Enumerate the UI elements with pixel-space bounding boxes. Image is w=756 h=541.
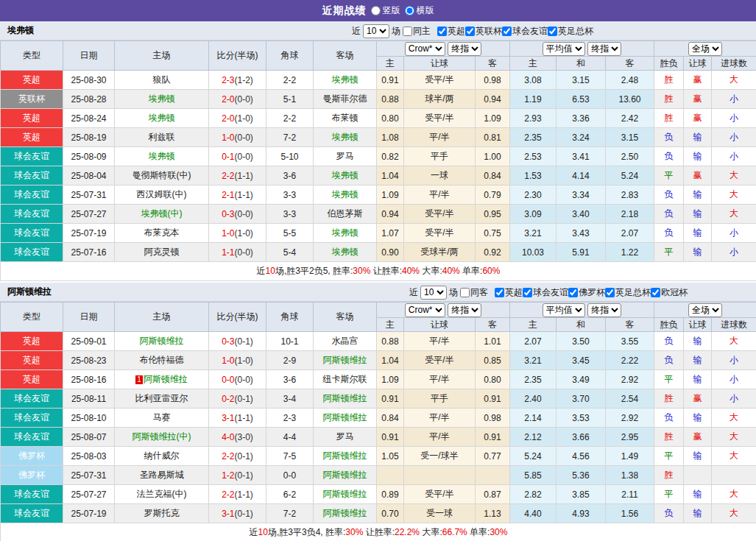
- layout-vertical-option[interactable]: 竖版: [371, 4, 400, 17]
- handicap-home-odds: 0.90: [377, 243, 404, 262]
- league-filter[interactable]: 英足总杯: [605, 286, 651, 299]
- corner-cell: 4-4: [266, 428, 314, 447]
- summary-segment: 单率:: [460, 266, 483, 276]
- league-filter[interactable]: 英联杯: [465, 25, 502, 38]
- handicap-result-cell: 输: [684, 128, 712, 147]
- avg-stage-select[interactable]: 终指: [587, 303, 621, 317]
- avg-company-select[interactable]: 平均值: [543, 42, 585, 56]
- match-row: 球会友谊25-07-19罗斯托克3-1(0-1)7-2阿斯顿维拉0.70受一球1…: [1, 504, 756, 523]
- handicap-away-odds: 0.98: [476, 71, 510, 90]
- home-team: 纳什威尔: [115, 447, 209, 466]
- league-checkbox[interactable]: [465, 26, 475, 36]
- league-checkbox[interactable]: [502, 26, 512, 36]
- odds-group-header: Crow* 终指: [377, 41, 510, 57]
- handicap-away-odds: 0.84: [476, 166, 510, 185]
- league-filter[interactable]: 英超: [495, 286, 523, 299]
- results-table-everton: 类型 日期 主场 比分(半场) 角球 客场 Crow* 终指 平均值 终指 全场: [0, 40, 756, 281]
- home-team: 阿斯顿维拉: [115, 332, 209, 351]
- league-checkbox[interactable]: [548, 26, 557, 36]
- avg-away-odds: 3.15: [606, 128, 654, 147]
- away-team: 埃弗顿: [314, 128, 377, 147]
- league-label: 欧冠杯: [661, 286, 688, 299]
- same-venue-filter[interactable]: 同客: [460, 286, 488, 299]
- home-team: 埃弗顿: [115, 109, 209, 128]
- league-filter[interactable]: 球会友谊: [523, 286, 568, 299]
- league-filter[interactable]: 欧冠杯: [651, 286, 688, 299]
- league-type-cell: 球会友谊: [1, 166, 63, 185]
- summary-segment: 场,胜3平2负5, 胜率:: [275, 266, 353, 276]
- home-team: 马赛: [115, 409, 209, 428]
- recent-count-select[interactable]: 10: [363, 24, 389, 38]
- league-filter[interactable]: 球会友谊: [502, 25, 548, 38]
- league-checkbox[interactable]: [495, 288, 504, 297]
- result-cell: 负: [654, 224, 684, 243]
- league-checkbox[interactable]: [523, 288, 532, 297]
- sub-goals-result: 进球数: [712, 318, 756, 332]
- handicap-away-odds: 0.94: [476, 90, 510, 109]
- avg-away-odds: 2.92: [606, 409, 654, 428]
- avg-home-odds: 2.40: [510, 389, 557, 409]
- odds-company-select[interactable]: Crow*: [405, 42, 445, 56]
- league-checkbox[interactable]: [651, 288, 660, 297]
- corner-cell: 7-2: [266, 504, 314, 523]
- summary-segment: 近: [257, 266, 266, 276]
- corner-cell: 10-1: [266, 332, 314, 351]
- odds-stage-select[interactable]: 终指: [448, 42, 481, 56]
- avg-draw-odds: 4.93: [557, 504, 606, 523]
- league-checkbox[interactable]: [605, 288, 615, 297]
- handicap-line: 平/半: [404, 128, 476, 147]
- match-row: 英超25-08-30狼队2-3(1-2)2-2埃弗顿0.91受平/半0.983.…: [1, 71, 756, 90]
- avg-away-odds: 1.56: [606, 504, 654, 523]
- summary-segment: 单率:: [467, 527, 490, 537]
- score-cell: 2-2(1-1): [209, 166, 266, 185]
- horizontal-layout-radio[interactable]: [405, 6, 414, 15]
- league-type-cell: 英超: [1, 128, 63, 147]
- result-cell: 负: [654, 409, 684, 428]
- avg-draw-odds: 3.85: [557, 485, 606, 504]
- league-filter[interactable]: 佛罗杯: [568, 286, 605, 299]
- handicap-line: 受平/半: [404, 485, 476, 504]
- match-row: 球会友谊25-08-10马赛3-1(1-1)2-3阿斯顿维拉0.84平/半0.9…: [1, 409, 756, 428]
- summary-segment: 30%: [345, 527, 363, 537]
- away-team: 埃弗顿: [314, 166, 377, 185]
- recent-count-select[interactable]: 10: [420, 286, 447, 300]
- summary-row: 近10场,胜3平3负4, 胜率:30% 让胜率:22.2% 大率:66.7% 单…: [1, 523, 756, 541]
- col-corner: 角球: [266, 303, 314, 332]
- match-date: 25-08-30: [63, 71, 115, 90]
- goals-result-cell: [712, 466, 756, 485]
- match-date: 25-08-28: [63, 90, 115, 109]
- avg-draw-odds: 3.70: [557, 389, 606, 409]
- handicap-home-odds: 0.94: [377, 205, 404, 224]
- vertical-layout-label: 竖版: [383, 4, 400, 17]
- vertical-layout-radio[interactable]: [371, 6, 381, 15]
- score-cell: 4-0(3-0): [209, 428, 266, 447]
- odds-stage-select[interactable]: 终指: [448, 303, 481, 317]
- filter-controls: 近 10 场 同客 英超球会友谊佛罗杯英足总杯欧冠杯: [409, 283, 688, 302]
- layout-horizontal-option[interactable]: 横版: [405, 4, 434, 17]
- home-team: 西汉姆联(中): [115, 185, 209, 205]
- match-row: 英超25-08-23布伦特福德1-0(1-0)2-9阿斯顿维拉1.04受平/半0…: [1, 351, 756, 370]
- same-venue-filter[interactable]: 同主: [403, 25, 431, 38]
- handicap-home-odds: 1.04: [377, 166, 404, 185]
- corner-cell: 2-9: [266, 351, 314, 370]
- league-checkbox[interactable]: [568, 288, 578, 297]
- league-checkbox[interactable]: [437, 26, 447, 36]
- same-venue-checkbox[interactable]: [460, 288, 470, 297]
- avg-away-odds: 1.38: [606, 466, 654, 485]
- league-filter[interactable]: 英足总杯: [548, 25, 593, 38]
- scope-select[interactable]: 全场: [688, 42, 722, 56]
- result-cell: 平: [654, 370, 684, 389]
- section-aston-villa: 阿斯顿维拉 近 10 场 同客 英超球会友谊佛罗杯英足总杯欧冠杯 类型 日期 主…: [0, 283, 756, 541]
- same-venue-checkbox[interactable]: [403, 26, 412, 36]
- match-row: 佛罗杯25-08-03纳什威尔2-2(0-1)7-5阿斯顿维拉1.05受一/球半…: [1, 447, 756, 466]
- odds-company-select[interactable]: Crow*: [405, 303, 445, 317]
- league-filter[interactable]: 英超: [437, 25, 465, 38]
- handicap-away-odds: 0.98: [476, 409, 510, 428]
- handicap-line: 受平/半: [404, 71, 476, 90]
- handicap-result-cell: 输: [684, 485, 712, 504]
- avg-company-select[interactable]: 平均值: [543, 303, 585, 317]
- sub-avg-away: 客: [606, 318, 654, 332]
- league-type-cell: 球会友谊: [1, 224, 63, 243]
- avg-stage-select[interactable]: 终指: [587, 42, 621, 56]
- scope-select[interactable]: 全场: [688, 303, 722, 317]
